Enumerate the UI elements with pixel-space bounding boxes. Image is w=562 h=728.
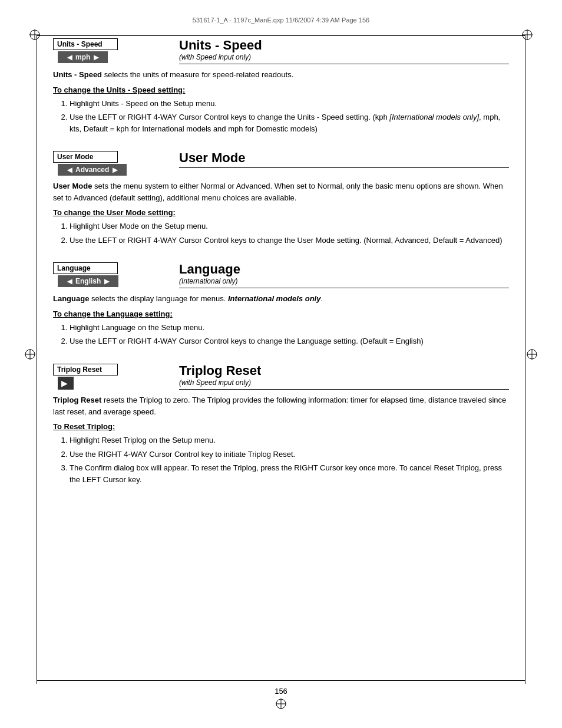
instruction-heading-triplog-reset: To Reset Triplog: (53, 422, 509, 431)
heading-triplog-reset: Triplog Reset (with Speed input only) (179, 364, 509, 390)
steps-triplog-reset: Highlight Reset Triplog on the Setup men… (70, 434, 509, 485)
steps-user-mode: Highlight User Mode on the Setup menu. U… (70, 220, 509, 246)
widget-label-units-speed: Units - Speed (53, 38, 118, 50)
section-user-mode: User Mode ◀ Advanced ▶ User Mode User Mo… (53, 151, 509, 246)
widget-units-speed: Units - Speed ◀ mph ▶ (53, 38, 165, 63)
subtitle-units-speed: (with Speed input only) (179, 53, 509, 61)
right-arrow-triplog[interactable]: ▶ (61, 378, 68, 388)
body-language: Language selects the display language fo… (53, 293, 509, 305)
step-language-2: Use the LEFT or RIGHT 4-WAY Cursor Contr… (70, 335, 509, 347)
body-triplog-reset: Triplog Reset resets the Triplog to zero… (53, 394, 509, 417)
heading-language: Language (International only) (179, 262, 509, 288)
body-user-mode: User Mode sets the menu system to either… (53, 180, 509, 203)
value-language: English (75, 277, 101, 285)
steps-units-speed: Highlight Units - Speed on the Setup men… (70, 98, 509, 135)
widget-control-triplog-reset[interactable]: ▶ (58, 377, 74, 390)
right-arrow-language[interactable]: ▶ (104, 278, 109, 285)
title-triplog-reset: Triplog Reset (179, 364, 509, 378)
widget-label-user-mode: User Mode (53, 151, 118, 163)
instruction-heading-user-mode: To change the User Mode setting: (53, 208, 509, 217)
steps-language: Highlight Language on the Setup menu. Us… (70, 322, 509, 347)
vline-left (37, 35, 37, 684)
left-arrow-user-mode[interactable]: ◀ (67, 166, 72, 174)
heading-user-mode: User Mode (179, 151, 509, 168)
bottom-rule (37, 680, 525, 681)
section-header-units-speed: Units - Speed ◀ mph ▶ Units - Speed (wit… (53, 38, 509, 64)
section-language: Language ◀ English ▶ Language (Internati… (53, 262, 509, 347)
step-triplog-reset-3: The Confirm dialog box will appear. To r… (70, 462, 509, 485)
title-language: Language (179, 262, 509, 276)
step-user-mode-1: Highlight User Mode on the Setup menu. (70, 220, 509, 232)
title-user-mode: User Mode (179, 151, 509, 165)
step-user-mode-2: Use the LEFT or RIGHT 4-WAY Cursor Contr… (70, 235, 509, 246)
step-units-speed-2: Use the LEFT or RIGHT 4-WAY Cursor Contr… (70, 111, 509, 134)
widget-language: Language ◀ English ▶ (53, 262, 165, 287)
step-triplog-reset-1: Highlight Reset Triplog on the Setup men… (70, 434, 509, 446)
section-units-speed: Units - Speed ◀ mph ▶ Units - Speed (wit… (53, 38, 509, 134)
widget-control-units-speed[interactable]: ◀ mph ▶ (58, 51, 108, 63)
instruction-heading-language: To change the Language setting: (53, 309, 509, 318)
widget-label-triplog-reset: Triplog Reset (53, 364, 118, 375)
value-user-mode: Advanced (75, 166, 109, 174)
left-arrow-units-speed[interactable]: ◀ (67, 54, 72, 61)
subtitle-language: (International only) (179, 277, 509, 285)
left-arrow-language[interactable]: ◀ (67, 278, 72, 285)
step-language-1: Highlight Language on the Setup menu. (70, 322, 509, 334)
reg-mark-mid-right (525, 348, 538, 361)
value-units-speed: mph (75, 53, 90, 61)
widget-control-user-mode[interactable]: ◀ Advanced ▶ (58, 164, 127, 176)
section-triplog-reset: Triplog Reset ▶ Triplog Reset (with Spee… (53, 364, 509, 485)
header-meta: 531617-1_A - 1197c_ManE.qxp 11/6/2007 4:… (193, 17, 369, 24)
section-header-triplog-reset: Triplog Reset ▶ Triplog Reset (with Spee… (53, 364, 509, 390)
reg-mark-bottom-center (275, 697, 287, 710)
widget-control-language[interactable]: ◀ English ▶ (58, 275, 118, 287)
widget-user-mode: User Mode ◀ Advanced ▶ (53, 151, 165, 176)
step-units-speed-1: Highlight Units - Speed on the Setup men… (70, 98, 509, 110)
title-units-speed: Units - Speed (179, 38, 509, 52)
page-number: 156 (275, 687, 287, 696)
heading-units-speed: Units - Speed (with Speed input only) (179, 38, 509, 64)
top-rule (37, 35, 525, 36)
right-arrow-user-mode[interactable]: ▶ (113, 166, 117, 174)
subtitle-triplog-reset: (with Speed input only) (179, 378, 509, 387)
body-units-speed: Units - Speed selects the units of measu… (53, 69, 509, 81)
reg-mark-mid-left (24, 348, 37, 361)
reg-mark-top-left (28, 28, 41, 41)
reg-mark-top-right (521, 28, 534, 41)
section-header-user-mode: User Mode ◀ Advanced ▶ User Mode (53, 151, 509, 176)
main-content: Units - Speed ◀ mph ▶ Units - Speed (wit… (53, 38, 509, 502)
widget-triplog-reset: Triplog Reset ▶ (53, 364, 165, 390)
instruction-heading-units-speed: To change the Units - Speed setting: (53, 85, 509, 94)
right-arrow-units-speed[interactable]: ▶ (94, 54, 98, 61)
widget-label-language: Language (53, 262, 118, 274)
step-triplog-reset-2: Use the RIGHT 4-WAY Cursor Control key t… (70, 449, 509, 460)
section-header-language: Language ◀ English ▶ Language (Internati… (53, 262, 509, 288)
